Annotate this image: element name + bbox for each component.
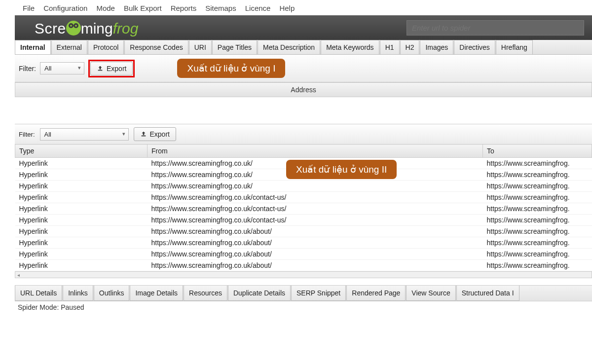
- brand-part3: frog: [113, 20, 139, 37]
- bottom-tab[interactable]: URL Details: [15, 286, 62, 301]
- cell-to: https://www.screamingfrog.: [483, 215, 592, 226]
- cell-type: Hyperlink: [15, 158, 148, 169]
- highlight-export: Export: [88, 60, 135, 77]
- filter-row-1: Filter: All Export Xuất dữ liệu ở vùng I: [15, 55, 592, 82]
- bottom-tab[interactable]: View Source: [406, 286, 455, 301]
- table-row[interactable]: Hyperlinkhttps://www.screamingfrog.co.uk…: [15, 215, 592, 226]
- bottom-tabs: URL DetailsInlinksOutlinksImage DetailsR…: [15, 285, 592, 301]
- cell-to: https://www.screamingfrog.: [483, 158, 592, 169]
- filter-dropdown-2[interactable]: All: [40, 128, 129, 141]
- brand-part2: ming: [81, 20, 113, 37]
- filter-dropdown-1[interactable]: All: [40, 62, 84, 74]
- menu-item[interactable]: Mode: [96, 4, 115, 12]
- header-bar: Scre ming frog: [15, 15, 592, 40]
- upload-icon: [140, 131, 147, 138]
- export-button-1[interactable]: Export: [90, 62, 133, 75]
- panel-2: Filter: All Export Type From To Hyperlin…: [15, 124, 592, 271]
- status-bar: Spider Mode: Paused: [15, 301, 592, 313]
- bottom-tab[interactable]: Inlinks: [63, 286, 93, 301]
- svg-rect-4: [98, 70, 103, 71]
- cell-type: Hyperlink: [15, 215, 148, 226]
- cell-from: https://www.screamingfrog.co.uk/contact-…: [148, 192, 483, 203]
- export-label-2: Export: [150, 130, 170, 138]
- export-label-1: Export: [107, 65, 126, 73]
- menu-bar: FileConfigurationModeBulk ExportReportsS…: [0, 0, 592, 15]
- menu-item[interactable]: Help: [279, 4, 295, 12]
- cell-from: https://www.screamingfrog.co.uk/about/: [148, 226, 483, 237]
- tab-meta-description[interactable]: Meta Description: [258, 40, 320, 54]
- tab-page-titles[interactable]: Page Titles: [212, 40, 257, 54]
- bottom-tab[interactable]: Image Details: [130, 286, 183, 301]
- cell-to: https://www.screamingfrog.: [483, 203, 592, 215]
- bottom-tab[interactable]: Rendered Page: [346, 286, 406, 301]
- tab-uri[interactable]: URI: [189, 40, 212, 54]
- col-header-type[interactable]: Type: [15, 145, 148, 158]
- tab-protocol[interactable]: Protocol: [88, 40, 124, 54]
- tab-h1[interactable]: H1: [380, 40, 400, 54]
- upload-icon: [97, 65, 104, 72]
- cell-from: https://www.screamingfrog.co.uk/contact-…: [148, 203, 483, 215]
- cell-to: https://www.screamingfrog.: [483, 226, 592, 237]
- top-tabs: InternalExternalProtocolResponse CodesUR…: [15, 40, 592, 55]
- filter-row-2: Filter: All Export: [15, 124, 592, 144]
- cell-type: Hyperlink: [15, 192, 148, 203]
- grid-header-address: Address: [15, 82, 592, 97]
- cell-to: https://www.screamingfrog.: [483, 237, 592, 249]
- svg-point-3: [75, 25, 77, 27]
- brand-part1: Scre: [35, 20, 66, 37]
- cell-to: https://www.screamingfrog.: [483, 169, 592, 181]
- table-row[interactable]: Hyperlinkhttps://www.screamingfrog.co.uk…: [15, 260, 592, 271]
- tab-response-codes[interactable]: Response Codes: [124, 40, 188, 54]
- tab-h2[interactable]: H2: [400, 40, 420, 54]
- export-button-2[interactable]: Export: [134, 127, 176, 141]
- table-row[interactable]: Hyperlinkhttps://www.screamingfrog.co.uk…: [15, 203, 592, 215]
- table-row[interactable]: Hyperlinkhttps://www.screamingfrog.co.uk…: [15, 237, 592, 249]
- cell-type: Hyperlink: [15, 260, 148, 271]
- cell-type: Hyperlink: [15, 203, 148, 215]
- tab-external[interactable]: External: [51, 40, 87, 54]
- menu-item[interactable]: Configuration: [43, 4, 87, 12]
- table-row[interactable]: Hyperlinkhttps://www.screamingfrog.co.uk…: [15, 181, 592, 192]
- table-row[interactable]: Hyperlinkhttps://www.screamingfrog.co.uk…: [15, 249, 592, 260]
- bottom-tab[interactable]: SERP Snippet: [291, 286, 346, 301]
- cell-type: Hyperlink: [15, 181, 148, 192]
- filter-label-2: Filter:: [19, 131, 35, 138]
- cell-type: Hyperlink: [15, 226, 148, 237]
- cell-from: https://www.screamingfrog.co.uk/contact-…: [148, 215, 483, 226]
- cell-to: https://www.screamingfrog.: [483, 181, 592, 192]
- url-input[interactable]: [407, 20, 584, 36]
- cell-to: https://www.screamingfrog.: [483, 249, 592, 260]
- tab-images[interactable]: Images: [420, 40, 453, 54]
- callout-2: Xuất dữ liệu ở vùng II: [286, 160, 397, 179]
- cell-to: https://www.screamingfrog.: [483, 260, 592, 271]
- bottom-tab[interactable]: Outlinks: [94, 286, 130, 301]
- tab-directives[interactable]: Directives: [454, 40, 495, 54]
- table-row[interactable]: Hyperlinkhttps://www.screamingfrog.co.uk…: [15, 192, 592, 203]
- menu-item[interactable]: File: [23, 4, 35, 12]
- col-header-to[interactable]: To: [483, 145, 592, 158]
- filter-label: Filter:: [19, 65, 36, 73]
- bottom-tab[interactable]: Structured Data I: [456, 286, 519, 301]
- cell-from: https://www.screamingfrog.co.uk/about/: [148, 237, 483, 249]
- cell-type: Hyperlink: [15, 169, 148, 181]
- tab-hreflang[interactable]: Hreflang: [496, 40, 533, 54]
- tab-internal[interactable]: Internal: [15, 40, 51, 54]
- tab-meta-keywords[interactable]: Meta Keywords: [321, 40, 379, 54]
- horizontal-scrollbar[interactable]: [15, 271, 592, 278]
- svg-point-2: [70, 25, 72, 27]
- table-row[interactable]: Hyperlinkhttps://www.screamingfrog.co.uk…: [15, 226, 592, 237]
- cell-type: Hyperlink: [15, 237, 148, 249]
- svg-rect-5: [141, 136, 146, 137]
- menu-item[interactable]: Reports: [171, 4, 197, 12]
- bottom-tab[interactable]: Duplicate Details: [228, 286, 291, 301]
- bottom-tab[interactable]: Resources: [184, 286, 227, 301]
- menu-item[interactable]: Licence: [245, 4, 271, 12]
- menu-item[interactable]: Bulk Export: [124, 4, 162, 12]
- cell-from: https://www.screamingfrog.co.uk/: [148, 181, 483, 192]
- col-header-from[interactable]: From: [148, 145, 483, 158]
- frog-icon: [66, 21, 81, 36]
- callout-1: Xuất dữ liệu ở vùng I: [177, 59, 285, 78]
- brand-logo: Scre ming frog: [35, 19, 138, 37]
- cell-from: https://www.screamingfrog.co.uk/about/: [148, 260, 483, 271]
- menu-item[interactable]: Sitemaps: [205, 4, 236, 12]
